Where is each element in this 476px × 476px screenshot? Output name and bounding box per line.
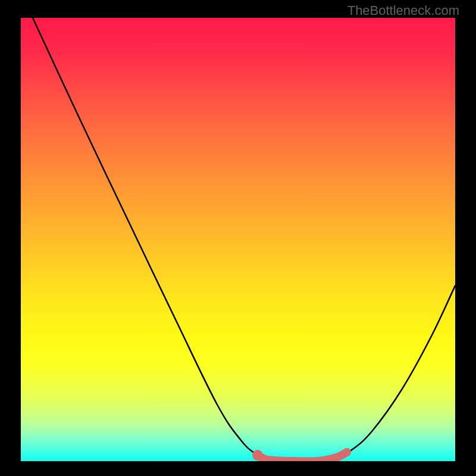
main-curve-line bbox=[33, 18, 455, 461]
highlight-segment-line bbox=[258, 452, 347, 461]
highlight-dot-marker bbox=[252, 450, 263, 461]
chart-svg bbox=[21, 18, 455, 461]
watermark-text: TheBottleneck.com bbox=[347, 3, 459, 18]
svg-point-0 bbox=[252, 450, 263, 461]
chart-plot-area bbox=[21, 18, 455, 461]
